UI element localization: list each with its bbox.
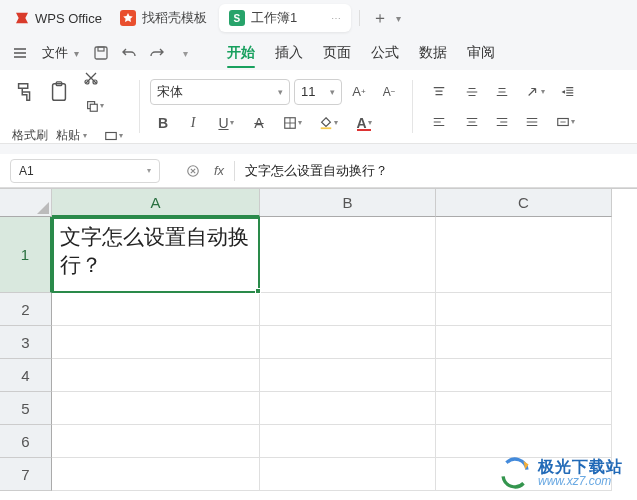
cell-b2[interactable]	[260, 293, 436, 326]
column-header-c[interactable]: C	[436, 189, 612, 217]
copy-icon[interactable]: ▾	[78, 94, 110, 118]
cell-b3[interactable]	[260, 326, 436, 359]
indent-decrease-icon[interactable]	[555, 80, 581, 104]
font-family-value: 宋体	[157, 83, 183, 101]
column-header-b[interactable]: B	[260, 189, 436, 217]
strikethrough-button[interactable]: A	[246, 111, 272, 135]
title-bar: WPS Office 找稻壳模板 S 工作簿1 ⋯ ＋ ▾	[0, 0, 637, 36]
shape-icon[interactable]: ▾	[97, 124, 129, 145]
chevron-down-icon: ▾	[330, 87, 335, 97]
svg-rect-10	[320, 127, 331, 129]
tab-start[interactable]: 开始	[217, 38, 265, 68]
row-header-3[interactable]: 3	[0, 326, 52, 359]
align-middle-icon[interactable]	[459, 80, 485, 104]
select-all-corner[interactable]	[0, 189, 52, 217]
tab-formula[interactable]: 公式	[361, 38, 409, 68]
cell-b5[interactable]	[260, 392, 436, 425]
cell-a1-value: 文字怎么设置自动换行？	[60, 225, 249, 276]
borders-button[interactable]: ▾	[276, 111, 308, 135]
row-header-7[interactable]: 7	[0, 458, 52, 491]
tab-page[interactable]: 页面	[313, 38, 361, 68]
cut-icon[interactable]	[78, 70, 104, 90]
fill-handle[interactable]	[255, 288, 261, 294]
row-header-5[interactable]: 5	[0, 392, 52, 425]
chevron-down-icon: ▾	[100, 101, 104, 110]
align-left-icon[interactable]	[423, 110, 455, 134]
cell-a2[interactable]	[52, 293, 260, 326]
cell-c4[interactable]	[436, 359, 612, 392]
add-tab-button[interactable]: ＋	[368, 6, 392, 30]
cancel-formula-icon[interactable]	[182, 160, 204, 182]
formula-input[interactable]	[235, 159, 637, 183]
format-painter-label: 格式刷	[12, 127, 48, 144]
fx-icon[interactable]: fx	[214, 163, 224, 178]
tab-menu-icon[interactable]: ⋯	[331, 13, 341, 24]
cell-c6[interactable]	[436, 425, 612, 458]
cell-c3[interactable]	[436, 326, 612, 359]
app-brand: WPS Office	[8, 10, 108, 26]
tab-label: 工作簿1	[251, 9, 297, 27]
file-menu-label: 文件	[42, 44, 68, 62]
file-menu[interactable]: 文件 ▾	[34, 40, 87, 66]
align-top-icon[interactable]	[423, 80, 455, 104]
wps-logo-icon	[14, 10, 30, 26]
cell-c1[interactable]	[436, 217, 612, 293]
cell-c7[interactable]	[436, 458, 612, 491]
decrease-font-icon[interactable]: A−	[376, 80, 402, 104]
cell-a1[interactable]: 文字怎么设置自动换行？	[52, 217, 260, 293]
tab-workbook-1[interactable]: S 工作簿1 ⋯	[219, 4, 351, 32]
tab-overflow-caret-icon[interactable]: ▾	[396, 13, 401, 24]
app-name: WPS Office	[35, 11, 102, 26]
tab-templates[interactable]: 找稻壳模板	[110, 4, 217, 32]
cell-c2[interactable]	[436, 293, 612, 326]
svg-rect-1	[98, 47, 104, 51]
save-icon[interactable]	[87, 39, 115, 67]
tab-review[interactable]: 审阅	[457, 38, 505, 68]
cell-a3[interactable]	[52, 326, 260, 359]
template-tab-icon	[120, 10, 136, 26]
column-headers: A B C	[52, 189, 637, 217]
underline-button[interactable]: U▾	[210, 111, 242, 135]
name-box[interactable]: A1 ▾	[10, 159, 160, 183]
row-header-4[interactable]: 4	[0, 359, 52, 392]
paste-button[interactable]	[44, 79, 74, 105]
cell-b6[interactable]	[260, 425, 436, 458]
cell-a5[interactable]	[52, 392, 260, 425]
cell-b1[interactable]	[260, 217, 436, 293]
chevron-down-icon: ▾	[74, 48, 79, 59]
orientation-icon[interactable]: ▾	[519, 80, 551, 104]
align-right-icon[interactable]	[489, 110, 515, 134]
fill-color-button[interactable]: ▾	[312, 111, 344, 135]
cell-b7[interactable]	[260, 458, 436, 491]
increase-font-icon[interactable]: A+	[346, 80, 372, 104]
paste-label[interactable]: 粘贴▾	[56, 127, 87, 144]
tab-data[interactable]: 数据	[409, 38, 457, 68]
align-justify-icon[interactable]	[519, 110, 545, 134]
redo-icon[interactable]	[143, 39, 171, 67]
cell-c5[interactable]	[436, 392, 612, 425]
align-center-icon[interactable]	[459, 110, 485, 134]
quick-access-caret-icon[interactable]: ▾	[171, 39, 199, 67]
spreadsheet-grid[interactable]: A B C 1 2 3 4 5 6 7 文字怎么设置自动换行？	[0, 188, 637, 500]
row-header-6[interactable]: 6	[0, 425, 52, 458]
cell-a7[interactable]	[52, 458, 260, 491]
tab-insert[interactable]: 插入	[265, 38, 313, 68]
align-bottom-icon[interactable]	[489, 80, 515, 104]
italic-button[interactable]: I	[180, 111, 206, 135]
ribbon-separator	[412, 80, 413, 133]
cell-b4[interactable]	[260, 359, 436, 392]
chevron-down-icon: ▾	[119, 131, 123, 140]
undo-icon[interactable]	[115, 39, 143, 67]
cell-a4[interactable]	[52, 359, 260, 392]
bold-button[interactable]: B	[150, 111, 176, 135]
format-painter-button[interactable]	[10, 79, 40, 105]
merge-cells-icon[interactable]: ▾	[549, 110, 581, 134]
row-header-2[interactable]: 2	[0, 293, 52, 326]
cell-a6[interactable]	[52, 425, 260, 458]
font-size-select[interactable]: 11 ▾	[294, 79, 342, 105]
main-menu-icon[interactable]	[6, 39, 34, 67]
row-header-1[interactable]: 1	[0, 217, 52, 293]
font-family-select[interactable]: 宋体 ▾	[150, 79, 290, 105]
font-color-button[interactable]: A▾	[348, 111, 380, 135]
column-header-a[interactable]: A	[52, 189, 260, 217]
